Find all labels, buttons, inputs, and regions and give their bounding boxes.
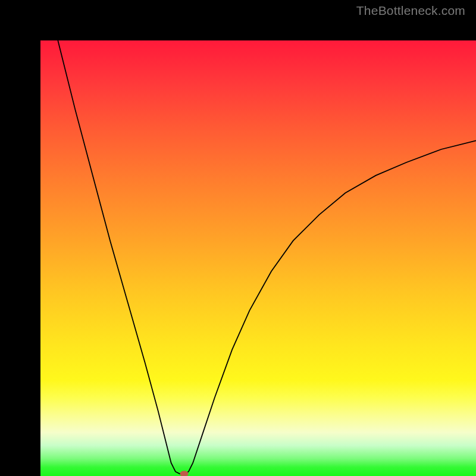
plot-area (40, 40, 476, 476)
optimum-marker (180, 471, 189, 476)
curve-layer (40, 40, 476, 476)
chart-frame (0, 0, 476, 476)
bottleneck-curve (58, 40, 476, 474)
watermark-text: TheBottleneck.com (356, 4, 465, 18)
